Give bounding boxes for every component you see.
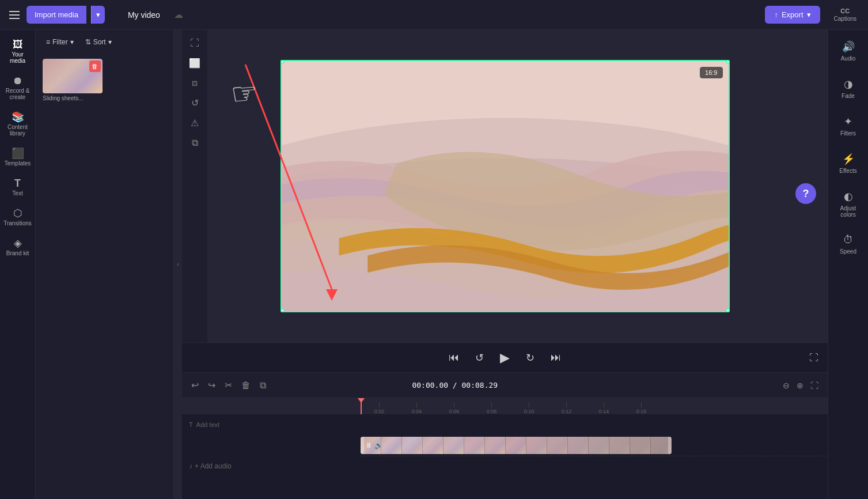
ruler-marks: 0:02 0:04 0:06 0:08 0:10 0:12 0:14 0:16 [361,398,660,414]
fade-icon: ◑ [844,78,853,90]
zoom-fit-button[interactable]: ⛶ [808,379,821,392]
my-video-tab[interactable]: My video [121,7,167,23]
panel-collapse-handle[interactable]: ‹ [174,30,182,499]
filter-chevron-icon: ▾ [70,38,74,46]
timecode-display: 00:00.00 / 00:08.29 [412,381,498,390]
center-area: ⛶ ⬜ ⧈ ↺ ⚠ ⧉ [182,30,828,499]
text-track-icon: T [189,421,193,428]
your-media-icon: 🖼 [13,39,23,50]
ruler-mark-4: 0:10 [510,403,548,414]
audio-track-row: ♪ + Add audio [182,456,828,477]
export-icon: ↑ [774,10,778,19]
sidebar-item-text[interactable]: T Text [2,173,34,201]
sort-chevron-icon: ▾ [108,38,112,46]
fast-forward-button[interactable]: ↻ [522,348,538,368]
rotate-tool-button[interactable]: ↺ [188,94,202,112]
clip-handle-left[interactable] [361,437,364,454]
zoom-in-button[interactable]: ⊕ [794,379,806,392]
ruler-mark-5: 0:12 [548,403,585,414]
clip-handle-right[interactable] [668,437,672,454]
library-icon: 📚 [12,112,24,122]
fade-tool[interactable]: ◑ Fade [831,74,866,103]
ruler-mark-6: 0:14 [585,403,623,414]
sidebar-item-content-library[interactable]: 📚 Content library [2,107,34,141]
skip-to-end-button[interactable]: ⏭ [547,348,564,367]
cloud-icon: ☁ [174,9,183,20]
effects-icon: ⚡ [842,153,855,165]
import-media-dropdown[interactable]: ▾ [91,6,105,24]
export-button[interactable]: ↑ Export ▾ [765,6,820,24]
fullscreen-button[interactable]: ⛶ [809,353,818,363]
music-icon: ♪ [189,462,192,470]
record-icon: ⏺ [13,75,23,86]
speed-icon: ⏱ [843,234,854,246]
media-panel-header: ≡ Filter ▾ ⇅ Sort ▾ [36,30,173,54]
preview-video [282,61,729,311]
timeline-playhead [361,398,362,414]
text-track-content [361,414,828,435]
video-visual [282,61,729,311]
play-button[interactable]: ▶ [496,347,513,369]
selection-handle-bl[interactable] [281,308,285,312]
clip-icons: ⏸ 🔊 [365,441,383,449]
redo-button[interactable]: ↪ [206,377,218,393]
speed-tool[interactable]: ⏱ Speed [831,230,866,258]
timeline-tracks: T Add text [182,414,828,499]
video-track-row: ⏸ 🔊 [182,435,828,456]
zoom-out-button[interactable]: ⊖ [780,379,792,392]
flip-tool-button[interactable]: ⧈ [188,74,201,92]
warning-tool-button[interactable]: ⚠ [187,114,202,132]
hamburger-menu[interactable] [7,9,22,21]
crop-tool-button[interactable]: ⬜ [185,54,204,72]
selection-handle-br[interactable] [726,308,730,312]
filter-button[interactable]: ≡ Filter ▾ [43,36,77,48]
media-panel: ≡ Filter ▾ ⇅ Sort ▾ 🗑 Add to timeline Sl… [36,30,174,499]
effects-tool[interactable]: ⚡ Effects [831,149,866,177]
aspect-ratio-badge[interactable]: 16:9 [700,67,722,78]
fit-tool-button[interactable]: ⛶ [187,35,203,52]
add-audio-button[interactable]: ♪ + Add audio [182,462,238,470]
media-item-label: Sliding sheets... [43,95,103,101]
ruler-mark-3: 0:08 [473,403,510,414]
right-panel-tools: 🔊 Audio ◑ Fade ✦ Filters ⚡ Effects ◐ Adj… [828,30,868,499]
captions-button[interactable]: CC Captions [829,5,861,24]
sort-icon: ⇅ [85,38,91,46]
delete-media-button[interactable]: 🗑 [89,61,101,72]
filters-tool[interactable]: ✦ Filters [831,112,866,140]
rewind-button[interactable]: ↺ [472,348,487,368]
sidebar-item-brand[interactable]: ◈ Brand kit [2,233,34,261]
topbar-left: Import media ▾ My video ☁ [7,6,183,24]
sidebar-item-your-media[interactable]: 🖼 Your media [2,35,34,69]
filters-icon: ✦ [844,115,852,128]
edit-tools-bar: ⛶ ⬜ ⧈ ↺ ⚠ ⧉ [182,30,207,342]
adjust-colors-tool[interactable]: ◐ Adjust colors [831,187,866,221]
sidebar-item-record-create[interactable]: ⏺ Record & create [2,71,34,105]
audio-icon: 🔊 [842,40,855,53]
delete-button[interactable]: 🗑 [239,378,253,393]
clip-audio-icon: 🔊 [374,441,383,449]
media-item[interactable]: 🗑 Add to timeline Sliding sheets... [43,59,103,101]
preview-canvas: 16:9 [281,60,730,312]
cut-button[interactable]: ✂ [222,377,234,393]
playback-bar: ⏮ ↺ ▶ ↻ ⏭ ⛶ [182,342,828,372]
flip-v-tool-button[interactable]: ⧉ [188,134,202,152]
audio-tool[interactable]: 🔊 Audio [831,37,866,65]
preview-area: ⛶ ⬜ ⧈ ↺ ⚠ ⧉ [182,30,828,342]
sidebar: 🖼 Your media ⏺ Record & create 📚 Content… [0,30,36,499]
filter-icon: ≡ [46,38,50,46]
transitions-icon: ⬡ [13,208,22,218]
help-button[interactable]: ? [795,183,816,204]
cc-icon: CC [840,7,850,14]
sort-button[interactable]: ⇅ Sort ▾ [82,36,115,48]
sidebar-item-transitions[interactable]: ⬡ Transitions [2,203,34,231]
video-clip[interactable]: ⏸ 🔊 [361,437,672,454]
ruler-mark-1: 0:04 [398,403,435,414]
duplicate-button[interactable]: ⧉ [257,378,268,393]
text-icon: T [14,178,21,188]
skip-to-start-button[interactable]: ⏮ [445,348,463,367]
sidebar-item-templates[interactable]: ⬛ Templates [2,143,34,171]
undo-button[interactable]: ↩ [189,377,201,393]
brand-icon: ◈ [14,238,22,248]
ruler-mark-2: 0:06 [435,403,473,414]
import-media-button[interactable]: Import media [26,6,86,24]
